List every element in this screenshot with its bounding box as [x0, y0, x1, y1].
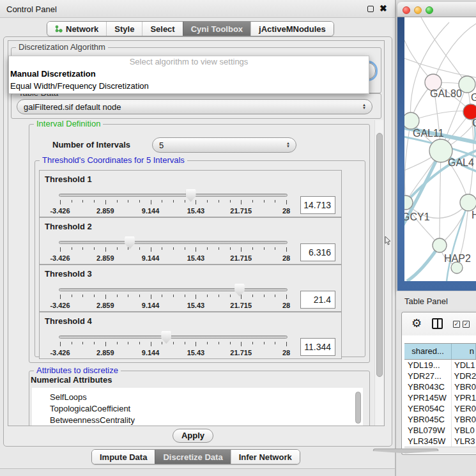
- table-header-row: shared... n: [404, 343, 476, 360]
- spinner-arrows-icon: ▲▼: [362, 104, 366, 110]
- cyni-toolbox-panel: Discretization Algorithm Table Data galF…: [3, 36, 392, 447]
- attributes-list-scrollbar[interactable]: [355, 392, 361, 424]
- threshold-label: Threshold 2: [45, 222, 92, 231]
- threshold-panel: Threshold 4 -3.4262.8599.14415.4321.7152…: [39, 312, 342, 359]
- threshold-panel: Threshold 1 -3.4262.8599.14415.4321.7152…: [39, 170, 342, 217]
- network-node[interactable]: [460, 194, 476, 211]
- tab-jactivemnodules[interactable]: jActiveMNodules: [250, 22, 334, 36]
- table-row[interactable]: YBR045CYBR0: [404, 414, 476, 425]
- column-header-name[interactable]: n: [452, 344, 476, 359]
- apply-button[interactable]: Apply: [173, 429, 213, 443]
- dropdown-item-manual[interactable]: Manual Discretization: [9, 68, 369, 80]
- table-row[interactable]: YDR27...YDR2: [404, 371, 476, 381]
- slider-ticks: [60, 247, 286, 253]
- tab-network[interactable]: Network: [47, 22, 106, 36]
- table-data-combobox[interactable]: galFiltered.sif default node ▲▼: [17, 99, 372, 114]
- table-data-value: galFiltered.sif default node: [24, 102, 121, 112]
- algorithm-dropdown-popup: Select algorithm to view settings Manual…: [8, 56, 369, 94]
- split-columns-icon[interactable]: [432, 318, 443, 329]
- tab-infer-network[interactable]: Infer Network: [231, 450, 300, 464]
- screenshot-root: Control Panel ✖ Network Style Select Cyn…: [0, 0, 476, 476]
- network-edge[interactable]: [411, 111, 471, 121]
- threshold-slider[interactable]: -3.4262.8599.14415.4321.71528: [59, 282, 288, 311]
- interval-definition-group: Interval Definition Number of Intervals …: [29, 124, 370, 363]
- network-window-titlebar[interactable]: [397, 2, 476, 17]
- attribute-item[interactable]: TopologicalCoefficient: [32, 403, 363, 415]
- thresholds-group-title: Threshold's Coordinates for 5 Intervals: [40, 155, 187, 165]
- select-none-checkbox-icon[interactable]: ✓: [463, 321, 470, 328]
- table-panel-header: Table Panel: [396, 291, 476, 310]
- slider-track[interactable]: [59, 194, 288, 197]
- tab-impute-data[interactable]: Impute Data: [92, 450, 155, 464]
- table-row[interactable]: YBL079WYBL0: [404, 425, 476, 436]
- tab-select[interactable]: Select: [142, 22, 182, 36]
- thresholds-group: Threshold's Coordinates for 5 Intervals …: [35, 160, 365, 357]
- table-row[interactable]: YDL19...YDL1: [404, 360, 476, 371]
- algorithm-group-title: Discretization Algorithm: [16, 42, 108, 52]
- attribute-item[interactable]: SelfLoops: [32, 392, 363, 403]
- network-node[interactable]: [433, 238, 447, 252]
- network-node-label: GAL4: [448, 157, 474, 168]
- settings-scrollbar-thumb[interactable]: [376, 133, 383, 377]
- slider-ticks: [60, 342, 286, 348]
- tab-cyni-toolbox[interactable]: Cyni Toolbox: [183, 22, 250, 36]
- slider-track[interactable]: [59, 288, 288, 291]
- network-edge[interactable]: [404, 121, 411, 203]
- threshold-slider[interactable]: -3.4262.8599.14415.4321.71528: [59, 329, 288, 358]
- threshold-panel: Threshold 2 -3.4262.8599.14415.4321.7152…: [39, 217, 342, 265]
- threshold-value-box[interactable]: 11.344: [300, 338, 335, 356]
- attribute-item[interactable]: BetweennessCentrality: [32, 415, 363, 426]
- table-rows: YDL19...YDL1YDR27...YDR2YBR043CYBR0YPR14…: [404, 360, 476, 447]
- network-node-label: C: [472, 118, 476, 128]
- numerical-attributes-label: Numerical Attributes: [31, 375, 112, 385]
- dropdown-item-equal-width[interactable]: Equal Width/Frequency Discretization: [9, 80, 369, 92]
- number-of-intervals-combobox[interactable]: 5 ▲▼: [152, 137, 296, 153]
- right-panel: GAL80GACGAL11GAL4GCY1HHAP2 Table Panel ⚙…: [396, 0, 476, 476]
- mac-close-button[interactable]: [403, 6, 410, 14]
- threshold-panel: Threshold 3 -3.4262.8599.14415.4321.7152…: [39, 265, 342, 312]
- tab-style[interactable]: Style: [106, 22, 142, 36]
- float-panel-icon[interactable]: [367, 6, 374, 12]
- network-canvas[interactable]: GAL80GACGAL11GAL4GCY1HHAP2: [404, 17, 476, 281]
- network-node[interactable]: [404, 112, 419, 129]
- slider-ticks: [60, 295, 286, 300]
- network-node-label: GCY1: [404, 211, 430, 222]
- slider-track[interactable]: [59, 241, 288, 244]
- mac-zoom-button[interactable]: [426, 6, 433, 14]
- tab-discretize-data[interactable]: Discretize Data: [155, 450, 230, 464]
- interval-definition-title: Interval Definition: [34, 119, 103, 128]
- close-panel-icon[interactable]: ✖: [380, 3, 387, 13]
- numerical-attributes-list[interactable]: SelfLoopsTopologicalCoefficientBetweenne…: [32, 388, 363, 426]
- control-panel-titlebar: Control Panel ✖: [0, 0, 396, 18]
- threshold-slider[interactable]: -3.4262.8599.14415.4321.71528: [59, 187, 288, 217]
- network-window-frame: GAL80GACGAL11GAL4GCY1HHAP2: [397, 17, 476, 291]
- threshold-label: Threshold 4: [45, 316, 92, 326]
- tab-network-label: Network: [66, 24, 98, 34]
- table-row[interactable]: YER054CYER0: [404, 403, 476, 414]
- column-header-shared[interactable]: shared...: [404, 344, 452, 359]
- table-window: ⚙ ✓ ✓ shared... n YDL19...YDL1YDR27...YD…: [401, 312, 476, 455]
- threshold-value-box[interactable]: 6.316: [300, 243, 335, 261]
- settings-area: Discretization Algorithm Table Data galF…: [8, 40, 385, 426]
- gear-icon[interactable]: ⚙: [411, 316, 422, 330]
- threshold-slider[interactable]: -3.4262.8599.14415.4321.71528: [59, 234, 288, 264]
- network-edge[interactable]: [440, 151, 441, 245]
- table-row[interactable]: YLR345WYLR3: [404, 436, 476, 447]
- mac-minimize-button[interactable]: [414, 6, 422, 14]
- slider-track[interactable]: [59, 335, 288, 339]
- threshold-value-box[interactable]: 21.4: [300, 291, 335, 309]
- table-hscrollbar-thumb[interactable]: [373, 449, 439, 454]
- mouse-cursor: [385, 236, 392, 246]
- select-all-checkbox-icon[interactable]: ✓: [453, 321, 460, 328]
- table-row[interactable]: YPR145WYPR1: [404, 392, 476, 403]
- table-row[interactable]: YBR043CYBR0: [404, 381, 476, 392]
- spinner-arrows-icon: ▲▼: [286, 142, 290, 148]
- threshold-value-box[interactable]: 14.713: [300, 196, 335, 214]
- network-node-label: H: [472, 210, 476, 220]
- settings-scrollbar-track[interactable]: [374, 120, 383, 426]
- table-panel-title: Table Panel: [404, 296, 448, 306]
- network-node-label: GAL80: [430, 88, 462, 99]
- network-icon: [55, 25, 63, 33]
- table-toolbar: ⚙ ✓ ✓: [402, 312, 476, 335]
- table-hscrollbar[interactable]: [404, 447, 476, 454]
